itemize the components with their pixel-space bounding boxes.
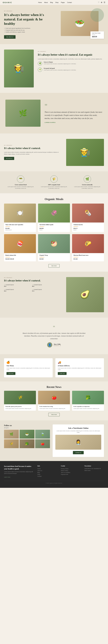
meal-oldprice-2: $45.00: [39, 230, 69, 231]
footer-link-return[interactable]: Return Policy: [61, 470, 80, 472]
follow-grid: 🌿 🥗 🍃 🌾 🥦 🍅: [4, 430, 50, 448]
news-image-3: 🥦: [72, 391, 104, 404]
cart-icon[interactable]: ⊕: [101, 1, 102, 4]
meal-name-5: Organic Wrap: [39, 254, 69, 256]
footer-link-contact[interactable]: Contact: [37, 475, 57, 477]
meal-image-4: 🍣: [4, 234, 36, 253]
meal-price-5: $29.00: [39, 258, 69, 260]
author-name: Marc Willis: [54, 344, 61, 345]
menu-icon[interactable]: ☰: [104, 1, 105, 4]
nav-blog[interactable]: Blog: [50, 2, 53, 3]
meal-oldprice-1: $28.00 $30.00: [5, 230, 35, 231]
recipe-label: MY ORGANIC: [4, 277, 62, 278]
news-card-2: 🍅 Fresh vitamins harvesting Lorem ipsum …: [38, 391, 70, 411]
recipe-item-4-price: $7.4: [32, 290, 58, 292]
see-more-meals-button[interactable]: See more: [48, 264, 59, 268]
news-title-1: Naturally quinoa proin posuere: [5, 406, 35, 408]
footer-link-blog[interactable]: Blog: [37, 472, 57, 474]
natural-section: MY ORGANIC It's always better when it's …: [0, 134, 108, 171]
follow-section: Follow us @organic 🌿 🥗 🍃 🌾 🥦 🍅: [4, 424, 50, 457]
grow-food-icon: 🥗: [17, 176, 24, 183]
meal-info-1: Tuna with meat and vegetables ★★★★☆ $24.…: [4, 222, 36, 232]
follow-img-3[interactable]: 🍃: [35, 430, 50, 438]
meal-price-2: $40.00: [39, 228, 69, 229]
footer-link-shop[interactable]: Shop: [37, 474, 57, 475]
quote-text: There is an enormous amount of interest …: [45, 110, 103, 120]
meal-rating-1: ★★★★☆: [5, 226, 35, 227]
meals-grid: 🍽️ Tuna with meat and vegetables ★★★★☆ $…: [4, 204, 104, 261]
hero-cta-button[interactable]: See about us: [4, 35, 15, 39]
follow-img-1[interactable]: 🌿: [4, 430, 19, 438]
footer-learn-more-link[interactable]: Learn more: [4, 476, 10, 478]
icon-feature-1-title: Grow natural food: [7, 184, 34, 186]
view-more-button[interactable]: View more: [6, 372, 15, 375]
follow-img-5[interactable]: 🥦: [19, 439, 34, 448]
icon-desc-2: Lorem ipsum dolor sit amet, consectetur …: [44, 69, 76, 71]
wishlist-icon[interactable]: ♡: [98, 1, 100, 4]
meals-title: Organic Meals: [4, 197, 104, 201]
contact-us-button[interactable]: Contact us: [73, 451, 84, 454]
product-weight: 500 gr: [92, 34, 102, 35]
follow-img-2[interactable]: 🥗: [19, 430, 34, 438]
natural-image: 👨‍🌾: [66, 139, 104, 166]
nav-about[interactable]: About: [44, 2, 48, 3]
follow-img-6[interactable]: 🍅: [35, 439, 50, 448]
news-section: Recent News 🌾 Naturally quinoa proin pos…: [0, 382, 108, 420]
news-title: Recent News: [4, 386, 104, 388]
nav-pages[interactable]: Pages: [61, 2, 65, 3]
farmer-label: MY ORGANIC: [38, 51, 104, 52]
meal-name-4: Baked salmon fish: [5, 254, 35, 256]
news-title-2: Fresh vitamins harvesting: [39, 406, 69, 408]
testimonial-quote-mark: ": [5, 324, 103, 331]
recipe-item-4: — Linseed Sprout $7.4: [32, 289, 58, 292]
icon-title-1: Grow to Nature: [44, 61, 76, 63]
meal-image-1: 🍽️: [4, 204, 36, 222]
footer-bottom: © 2021 Oganic. All rights reserved.: [4, 481, 104, 484]
hero-label: MY ORGANIC: [4, 10, 47, 12]
icon-feature-2-desc: Lorem ipsum dolor sit amet, consectetur …: [40, 186, 68, 189]
icon-feature-3-title: Grown naturally: [74, 184, 101, 186]
meal-rating-5: ★★★★☆: [39, 256, 69, 258]
grow-nature-icon: 🌿: [38, 61, 42, 66]
follow-img-4[interactable]: 🌾: [4, 439, 19, 448]
meal-name-3: Chicken burrito: [73, 224, 103, 225]
footer-link-terms[interactable]: Term & Condition: [61, 472, 80, 474]
footer-col-3: Newsletter Subscribe to our newsletter f…: [85, 465, 104, 478]
natural-left: MY ORGANIC It's always better when it's …: [4, 145, 62, 160]
meal-rating-4: ★★★★☆: [5, 256, 35, 258]
footer-link-about[interactable]: About us: [37, 470, 57, 472]
footer-col-3-title: Newsletter: [85, 465, 104, 467]
farmer-desc: Lorem ipsum dolor sit amet, consectetur …: [38, 58, 104, 60]
quote-image: 🌿: [5, 100, 40, 127]
hero-section: MY ORGANIC It's always better when it's …: [0, 5, 108, 44]
hero-title: It's always better when it's natural. Ea…: [4, 13, 47, 26]
news-view-more-button[interactable]: View more: [48, 413, 60, 416]
footer-brand-title: Eat nutritious food because it makes you…: [4, 465, 33, 470]
icon-feature-1: 🥗 Grow natural food Lorem ipsum dolor si…: [7, 176, 34, 189]
follow-nutritionist-section: Follow us @organic 🌿 🥗 🍃 🌾 🥦 🍅 Ask a Nut…: [0, 420, 108, 461]
nav-contact[interactable]: Contact: [67, 2, 72, 3]
news-btn-wrap: View more: [4, 413, 104, 416]
logo[interactable]: OGANIC: [3, 2, 12, 4]
news-card-1: 🌾 Naturally quinoa proin posuere Lorem i…: [4, 391, 36, 411]
news-info-3: Fresh vegetables are important Lorem ips…: [72, 404, 104, 411]
order-now-button[interactable]: Order now: [58, 372, 67, 375]
footer-link-privacy[interactable]: Privacy Policy: [61, 468, 80, 470]
feature-1-title: One Menu: [6, 365, 50, 367]
footer-link-home[interactable]: Home: [37, 468, 57, 470]
meal-image-5: 🥙: [38, 234, 70, 253]
meals-section: Organic Meals 🍽️ Tuna with meat and vege…: [0, 193, 108, 272]
nav-home[interactable]: Home: [38, 2, 42, 3]
meal-image-3: 🌯: [72, 204, 104, 222]
farmer-icon-item-1: 🌿 Grow to Nature Lorem ipsum dolor sit a…: [38, 61, 104, 66]
meal-rating-3: ★★★★☆: [73, 226, 103, 227]
author-avatar: 👤: [47, 342, 52, 348]
footer-link-payment[interactable]: Payment Info: [61, 474, 80, 475]
footer-col-2-links: Privacy Policy Return Policy Term & Cond…: [61, 468, 80, 475]
feature-2-title: 24 hours delivery: [58, 365, 102, 367]
delivery-icon-feature: 🚚: [58, 361, 102, 364]
natural-cta-button[interactable]: See about us: [4, 157, 14, 160]
nav-shop[interactable]: Shop: [55, 2, 58, 3]
footer-col-1-title: Info: [37, 465, 57, 467]
icon-feature-3-desc: Lorem ipsum dolor sit amet, consectetur …: [74, 186, 101, 189]
